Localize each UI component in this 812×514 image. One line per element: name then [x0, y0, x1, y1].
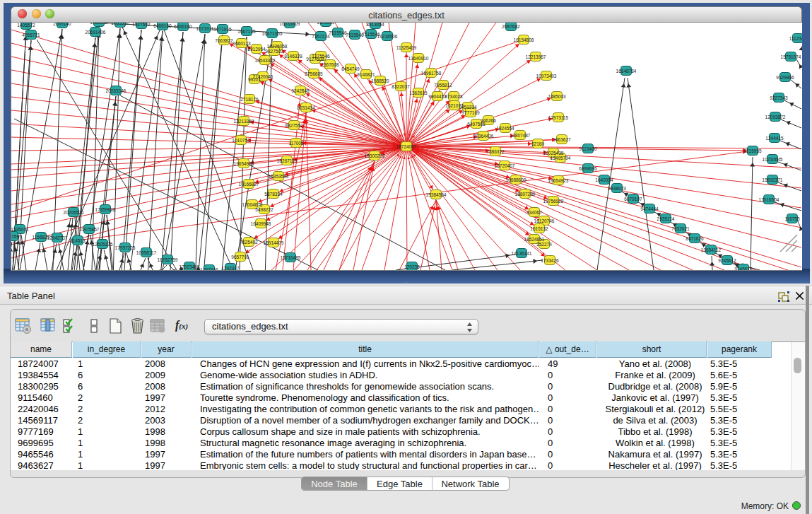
svg-text:6466160: 6466160: [174, 24, 192, 29]
svg-text:8912954: 8912954: [247, 47, 266, 52]
svg-text:10210645: 10210645: [763, 157, 783, 162]
svg-text:17359928: 17359928: [95, 207, 116, 212]
svg-text:9827503: 9827503: [265, 49, 283, 54]
svg-text:19384554: 19384554: [426, 192, 447, 197]
svg-text:9657791: 9657791: [231, 255, 249, 259]
svg-text:39159: 39159: [11, 234, 19, 239]
svg-text:18267110: 18267110: [277, 158, 298, 163]
svg-text:19218506: 19218506: [377, 34, 398, 39]
svg-text:2718176: 2718176: [240, 97, 259, 102]
svg-text:20364436: 20364436: [473, 134, 494, 139]
svg-text:18807299: 18807299: [515, 192, 536, 197]
svg-text:7357224: 7357224: [312, 34, 330, 39]
svg-text:10958117: 10958117: [136, 250, 157, 255]
svg-text:9777169: 9777169: [461, 110, 480, 115]
svg-text:7386372: 7386372: [486, 149, 505, 154]
svg-text:9660123: 9660123: [233, 41, 251, 46]
svg-text:19756928: 19756928: [543, 199, 564, 204]
svg-text:9329966: 9329966: [776, 75, 794, 80]
svg-text:7515546: 7515546: [329, 30, 347, 35]
svg-text:13226058: 13226058: [267, 44, 288, 49]
svg-text:1065532: 1065532: [111, 23, 129, 25]
svg-text:12973115: 12973115: [548, 115, 569, 120]
svg-text:5498222: 5498222: [255, 207, 273, 212]
svg-text:13495794: 13495794: [551, 156, 571, 160]
svg-text:934067: 934067: [526, 210, 542, 215]
svg-text:13640910: 13640910: [408, 56, 429, 61]
svg-text:8146328: 8146328: [284, 54, 302, 59]
svg-text:15716485: 15716485: [281, 255, 301, 260]
svg-text:18524851: 18524851: [524, 237, 545, 242]
svg-text:16409948: 16409948: [251, 221, 271, 226]
svg-text:19654985: 19654985: [234, 161, 254, 166]
svg-text:1615132: 1615132: [530, 226, 548, 231]
svg-text:1535001: 1535001: [11, 227, 29, 232]
svg-text:17016504: 17016504: [759, 197, 779, 202]
svg-text:10543342: 10543342: [255, 58, 276, 63]
svg-text:1065532: 1065532: [90, 23, 108, 25]
svg-text:10975857: 10975857: [79, 227, 100, 232]
svg-text:16648784: 16648784: [616, 69, 637, 74]
svg-text:1640954: 1640954: [595, 177, 613, 182]
svg-text:2069140: 2069140: [53, 23, 71, 26]
svg-text:9242848: 9242848: [291, 88, 310, 93]
svg-text:10654112: 10654112: [701, 247, 722, 252]
svg-text:16782759: 16782759: [158, 257, 178, 262]
svg-text:8813054: 8813054: [366, 23, 384, 27]
svg-text:8215955: 8215955: [743, 148, 762, 153]
svg-text:116753: 116753: [784, 216, 800, 221]
svg-text:20206526: 20206526: [64, 210, 84, 215]
svg-text:20053346: 20053346: [106, 88, 126, 93]
svg-text:19166827: 19166827: [239, 182, 259, 187]
svg-text:129235: 129235: [404, 264, 420, 269]
svg-text:7663822: 7663822: [215, 38, 233, 43]
svg-text:9463627: 9463627: [553, 137, 571, 142]
svg-text:18724007: 18724007: [396, 144, 417, 149]
svg-text:15751074: 15751074: [781, 54, 801, 59]
svg-text:6497568: 6497568: [467, 122, 486, 127]
svg-text:1733426: 1733426: [541, 258, 559, 263]
svg-text:1588520: 1588520: [371, 78, 389, 83]
svg-text:15692371: 15692371: [763, 177, 783, 182]
svg-text:8756685: 8756685: [305, 71, 323, 76]
svg-text:15720407: 15720407: [495, 163, 515, 168]
svg-text:7625402: 7625402: [240, 240, 258, 245]
svg-text:1362615: 1362615: [409, 90, 428, 95]
svg-text:7632621: 7632621: [671, 226, 690, 231]
svg-text:1603380: 1603380: [317, 23, 335, 25]
svg-text:9146821: 9146821: [357, 72, 375, 77]
svg-text:9827552: 9827552: [285, 123, 303, 128]
svg-text:6879197: 6879197: [624, 197, 642, 201]
svg-text:7485003: 7485003: [548, 94, 566, 99]
svg-text:9474444: 9474444: [640, 206, 659, 211]
svg-text:1667135: 1667135: [237, 29, 256, 34]
svg-text:6899695: 6899695: [579, 166, 597, 171]
svg-text:11325419: 11325419: [396, 45, 417, 50]
svg-text:8938923: 8938923: [608, 186, 626, 191]
svg-text:10807487: 10807487: [510, 133, 531, 138]
svg-text:6466160: 6466160: [153, 23, 172, 28]
svg-text:15353594: 15353594: [269, 174, 289, 179]
svg-text:1292347: 1292347: [221, 266, 240, 271]
svg-text:1112345: 1112345: [789, 36, 802, 41]
svg-text:9245612: 9245612: [718, 258, 736, 263]
svg-text:17957225: 17957225: [115, 245, 136, 250]
svg-text:114513: 114513: [70, 238, 86, 243]
svg-text:1405572: 1405572: [17, 23, 35, 28]
svg-text:1275546: 1275546: [312, 54, 330, 59]
svg-text:9245613: 9245613: [734, 267, 753, 271]
svg-text:14136141: 14136141: [512, 251, 532, 256]
svg-text:9904433: 9904433: [428, 94, 447, 99]
svg-text:1071915: 1071915: [213, 27, 232, 32]
svg-text:1292346: 1292346: [200, 267, 218, 271]
svg-text:9227343: 9227343: [770, 95, 788, 100]
svg-text:1527602: 1527602: [132, 23, 151, 27]
svg-text:10025438: 10025438: [543, 151, 564, 156]
svg-text:7515546: 7515546: [346, 33, 364, 37]
svg-text:1824554: 1824554: [496, 126, 514, 131]
svg-text:10688609: 10688609: [506, 177, 526, 182]
svg-text:20691406: 20691406: [86, 30, 106, 35]
svg-text:8322037: 8322037: [392, 84, 410, 89]
svg-text:2367608: 2367608: [321, 62, 339, 67]
svg-text:16033809: 16033809: [280, 23, 300, 26]
